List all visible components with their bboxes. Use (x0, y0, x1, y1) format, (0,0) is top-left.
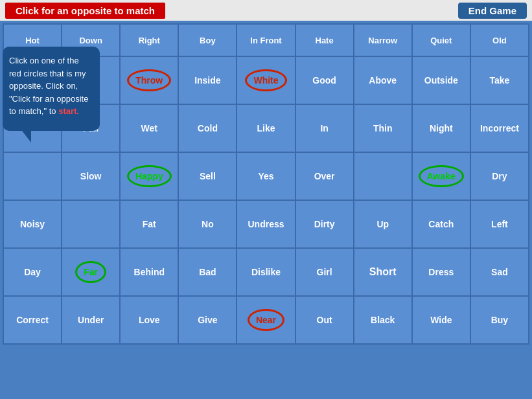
tooltip-box: Click on one of the red circles that is … (3, 47, 100, 131)
cell-2-2[interactable]: Wet (120, 104, 178, 152)
cell-1-8[interactable]: Take (470, 56, 529, 104)
cell-1-7[interactable]: Outside (412, 56, 470, 104)
cell-4-2[interactable]: Fat (120, 200, 178, 248)
cell-6-0[interactable]: Correct (3, 296, 62, 344)
cell-5-2[interactable]: Behind (120, 248, 178, 296)
cell-3-8[interactable]: Dry (470, 152, 529, 200)
cell-3-0[interactable] (3, 152, 62, 200)
cell-2-8[interactable]: Incorrect (470, 104, 529, 152)
cell-0-3[interactable]: Boy (178, 24, 237, 56)
cell-5-6[interactable]: Short (354, 248, 412, 296)
cell-0-7[interactable]: Quiet (412, 24, 470, 56)
cell-0-4[interactable]: In Front (237, 24, 295, 56)
cell-5-7[interactable]: Dress (412, 248, 470, 296)
cell-6-4[interactable]: Near (237, 296, 295, 344)
cell-1-3[interactable]: Inside (178, 56, 237, 104)
cell-2-4[interactable]: Like (237, 104, 295, 152)
cell-3-4[interactable]: Yes (237, 152, 295, 200)
cell-0-6[interactable]: Narrow (354, 24, 412, 56)
cell-3-1[interactable]: Slow (62, 152, 120, 200)
end-game-button[interactable]: End Game (458, 3, 527, 19)
cell-5-1[interactable]: Far (62, 248, 120, 296)
grid-row-5: Day Far Behind Bad Dislike Girl Short Dr… (3, 248, 529, 296)
cell-5-4[interactable]: Dislike (237, 248, 295, 296)
cell-2-3[interactable]: Cold (178, 104, 237, 152)
cell-6-2[interactable]: Love (120, 296, 178, 344)
cell-6-3[interactable]: Give (178, 296, 237, 344)
cell-6-8[interactable]: Buy (470, 296, 529, 344)
cell-4-4[interactable]: Undress (237, 200, 295, 248)
cell-6-6[interactable]: Black (354, 296, 412, 344)
cell-0-8[interactable]: Old (470, 24, 529, 56)
cell-4-5[interactable]: Dirty (295, 200, 354, 248)
cell-6-7[interactable]: Wide (412, 296, 470, 344)
grid-row-3: Slow Happy Sell Yes Over Awake Dry (3, 152, 529, 200)
cell-3-5[interactable]: Over (295, 152, 354, 200)
cell-5-8[interactable]: Sad (470, 248, 529, 296)
cell-5-0[interactable]: Day (3, 248, 62, 296)
cell-6-1[interactable]: Under (62, 296, 120, 344)
cell-1-5[interactable]: Good (295, 56, 354, 104)
grid-row-4: Noisy Fat No Undress Dirty Up Catch Left (3, 200, 529, 248)
cell-1-6[interactable]: Above (354, 56, 412, 104)
start-link[interactable]: start. (58, 106, 79, 116)
header: Click for an opposite to match End Game (0, 0, 532, 21)
cell-4-6[interactable]: Up (354, 200, 412, 248)
cell-4-1[interactable] (62, 200, 120, 248)
cell-4-8[interactable]: Left (470, 200, 529, 248)
cell-5-3[interactable]: Bad (178, 248, 237, 296)
cell-1-4[interactable]: White (237, 56, 295, 104)
grid-row-6: Correct Under Love Give Near Out Black W… (3, 296, 529, 344)
cell-4-3[interactable]: No (178, 200, 237, 248)
cell-4-7[interactable]: Catch (412, 200, 470, 248)
cell-6-5[interactable]: Out (295, 296, 354, 344)
cell-2-6[interactable]: Thin (354, 104, 412, 152)
cell-5-5[interactable]: Girl (295, 248, 354, 296)
cell-4-0[interactable]: Noisy (3, 200, 62, 248)
cell-2-5[interactable]: In (295, 104, 354, 152)
cell-1-2[interactable]: Throw (120, 56, 178, 104)
cell-3-3[interactable]: Sell (178, 152, 237, 200)
cell-3-7[interactable]: Awake (412, 152, 470, 200)
grid-container: Click on one of the red circles that is … (0, 21, 532, 347)
cell-0-5[interactable]: Hate (295, 24, 354, 56)
cell-2-7[interactable]: Night (412, 104, 470, 152)
header-title[interactable]: Click for an opposite to match (5, 3, 165, 19)
cell-0-2[interactable]: Right (120, 24, 178, 56)
cell-3-6[interactable] (354, 152, 412, 200)
cell-3-2[interactable]: Happy (120, 152, 178, 200)
